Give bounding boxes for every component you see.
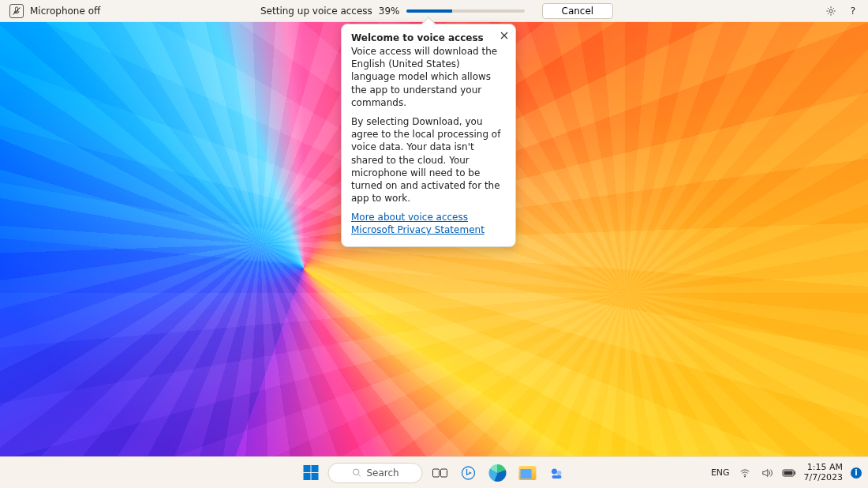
edge-button[interactable] xyxy=(486,462,510,484)
bing-chat-icon xyxy=(461,465,477,481)
clock-time: 1:15 AM xyxy=(804,463,843,472)
help-button[interactable]: ? xyxy=(846,4,860,18)
microphone-off-icon xyxy=(9,4,24,18)
svg-point-1 xyxy=(829,9,832,12)
close-icon xyxy=(500,32,508,39)
folder-icon xyxy=(519,466,537,480)
popup-title: Welcome to voice access xyxy=(351,32,506,43)
svg-rect-9 xyxy=(552,475,562,479)
voice-access-bar: Microphone off Setting up voice access 3… xyxy=(0,0,868,22)
battery-button[interactable] xyxy=(782,466,796,480)
edge-icon xyxy=(489,464,507,482)
microphone-status-text: Microphone off xyxy=(30,6,100,17)
taskbar: Search ENG 1:15 AM 7/7/2023 xyxy=(0,456,868,488)
microphone-status-chip[interactable]: Microphone off xyxy=(5,4,105,18)
popup-paragraph-2: By selecting Download, you agree to the … xyxy=(351,115,506,205)
gear-icon xyxy=(825,6,836,17)
notification-badge-icon: i xyxy=(855,468,857,477)
windows-logo-icon xyxy=(304,465,319,480)
file-explorer-button[interactable] xyxy=(516,462,540,484)
svg-point-6 xyxy=(462,467,475,479)
setup-progress-fill xyxy=(406,9,453,13)
cancel-button[interactable]: Cancel xyxy=(542,3,614,19)
voice-access-welcome-popup: Welcome to voice access Voice access wil… xyxy=(341,24,516,247)
taskbar-clock[interactable]: 1:15 AM 7/7/2023 xyxy=(804,463,843,482)
volume-button[interactable] xyxy=(760,466,774,480)
setup-progress-percent: 39% xyxy=(379,6,400,17)
battery-icon xyxy=(782,468,796,478)
popup-paragraph-1: Voice access will download the English (… xyxy=(351,45,506,109)
chat-button[interactable] xyxy=(458,462,480,484)
svg-point-8 xyxy=(557,471,562,475)
popup-close-button[interactable] xyxy=(498,29,511,42)
input-language-indicator[interactable]: ENG xyxy=(711,467,730,478)
notification-center-button[interactable]: i xyxy=(851,467,862,479)
wifi-button[interactable] xyxy=(738,466,752,480)
svg-point-2 xyxy=(353,469,358,475)
speaker-icon xyxy=(761,467,773,479)
svg-rect-13 xyxy=(784,471,792,475)
setup-progress-bar xyxy=(406,9,525,13)
svg-line-3 xyxy=(358,475,360,476)
svg-rect-5 xyxy=(441,469,447,477)
taskbar-search[interactable]: Search xyxy=(328,463,423,483)
settings-button[interactable] xyxy=(824,4,838,18)
wifi-icon xyxy=(739,467,750,479)
voice-access-app-button[interactable] xyxy=(546,462,568,484)
more-about-voice-access-link[interactable]: More about voice access xyxy=(351,211,506,223)
svg-rect-4 xyxy=(433,469,440,477)
taskbar-search-label: Search xyxy=(366,467,398,479)
help-icon: ? xyxy=(851,5,856,17)
start-button[interactable] xyxy=(301,462,322,484)
privacy-statement-link[interactable]: Microsoft Privacy Statement xyxy=(351,223,506,236)
clock-date: 7/7/2023 xyxy=(804,473,843,482)
svg-point-7 xyxy=(552,468,557,474)
svg-rect-12 xyxy=(794,471,795,475)
svg-point-10 xyxy=(744,475,746,477)
task-view-icon xyxy=(432,467,448,479)
setup-status-label: Setting up voice access xyxy=(260,6,372,17)
task-view-button[interactable] xyxy=(429,462,451,484)
voice-access-icon xyxy=(549,465,565,481)
search-icon xyxy=(351,467,361,478)
